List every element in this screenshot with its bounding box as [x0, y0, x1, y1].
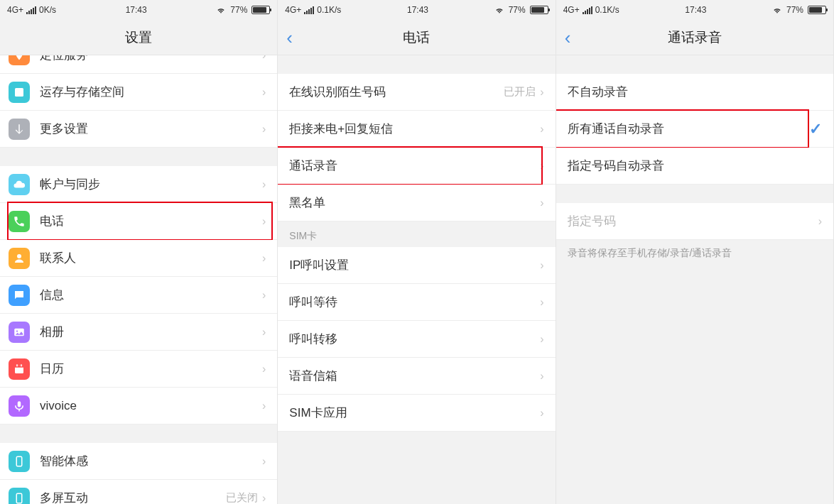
item-label: SIM卡应用	[289, 405, 540, 421]
list-item-call-waiting[interactable]: 呼叫等待 ›	[278, 284, 555, 321]
clock: 17:43	[407, 5, 428, 15]
list-item-identify-unknown[interactable]: 在线识别陌生号码 已开启 ›	[278, 74, 555, 111]
chevron-icon: ›	[262, 55, 266, 62]
item-label: IP呼叫设置	[289, 257, 540, 273]
chevron-icon: ›	[540, 197, 543, 209]
messages-icon	[9, 285, 30, 306]
item-label: 通话录音	[289, 158, 540, 174]
gallery-icon	[9, 322, 30, 343]
list-item-gallery[interactable]: 相册 ›	[0, 314, 277, 351]
list-item-sim-apps[interactable]: SIM卡应用 ›	[278, 395, 555, 432]
list-item-contacts[interactable]: 联系人 ›	[0, 240, 277, 277]
status-bar: 4G+ 0.1K/s 17:43 77%	[556, 0, 833, 20]
item-label: vivoice	[40, 399, 262, 413]
item-value: 已开启	[504, 85, 536, 99]
item-label: 呼叫转移	[289, 331, 540, 347]
list-item-smart-motion[interactable]: 智能体感 ›	[0, 443, 277, 480]
chevron-icon: ›	[540, 370, 543, 383]
list-item-voicemail[interactable]: 语音信箱 ›	[278, 358, 555, 395]
list-item-no-auto-record[interactable]: 不自动录音	[556, 74, 833, 111]
net-speed: 0.1K/s	[317, 5, 341, 15]
nav-header: ‹ 电话	[278, 20, 555, 55]
svg-rect-8	[18, 401, 21, 407]
item-label: 帐户与同步	[40, 176, 262, 192]
list-item-ip-call[interactable]: IP呼叫设置 ›	[278, 247, 555, 284]
svg-rect-0	[15, 88, 23, 97]
chevron-icon: ›	[262, 363, 266, 376]
list-item-auto-record-specific[interactable]: 指定号码自动录音	[556, 148, 833, 185]
item-label: 信息	[40, 287, 262, 303]
chevron-icon: ›	[262, 492, 266, 505]
smart-motion-icon	[9, 451, 30, 472]
item-label: 不自动录音	[568, 84, 822, 100]
more-settings-icon	[9, 119, 30, 140]
battery-icon	[530, 6, 548, 14]
net-label: 4G+	[7, 5, 23, 15]
vivoice-icon	[9, 395, 30, 417]
item-label: 指定号码	[568, 213, 818, 229]
back-button[interactable]: ‹	[286, 26, 293, 48]
wifi-icon	[216, 5, 226, 15]
chevron-icon: ›	[540, 160, 543, 172]
svg-rect-6	[16, 364, 18, 366]
location-icon	[9, 55, 30, 65]
item-label: 定位服务	[40, 55, 262, 63]
chevron-icon: ›	[540, 123, 543, 136]
chevron-icon: ›	[540, 333, 543, 346]
battery-icon	[251, 6, 270, 14]
list-item-calendar[interactable]: 日历 ›	[0, 351, 277, 388]
chevron-icon: ›	[262, 326, 266, 339]
status-bar: 4G+ 0.1K/s 17:43 77%	[278, 0, 555, 20]
wifi-icon	[772, 5, 782, 15]
content-area: 定位服务 › 运存与存储空间 › 更多设置 › 帐户与同步 › 电话 › 联系人…	[0, 55, 277, 504]
list-item-call-recording[interactable]: 通话录音 ›	[278, 148, 555, 185]
svg-rect-9	[16, 456, 22, 466]
svg-rect-10	[16, 493, 22, 503]
content-area: 不自动录音 所有通话自动录音 ✓指定号码自动录音 指定号码 ›录音将保存至手机存…	[556, 55, 833, 504]
list-item-blacklist[interactable]: 黑名单 ›	[278, 185, 555, 221]
item-label: 多屏互动	[40, 490, 226, 504]
chevron-icon: ›	[262, 455, 266, 468]
chevron-icon: ›	[540, 296, 543, 309]
list-item-multiscreen[interactable]: 多屏互动 已关闭 ›	[0, 480, 277, 504]
list-item-auto-record-all[interactable]: 所有通话自动录音 ✓	[556, 111, 833, 148]
item-label: 更多设置	[40, 121, 262, 137]
list-item-messages[interactable]: 信息 ›	[0, 277, 277, 314]
clock: 17:43	[126, 5, 147, 15]
list-item-reject-reply[interactable]: 拒接来电+回复短信 ›	[278, 111, 555, 148]
chevron-icon: ›	[262, 178, 266, 191]
svg-rect-7	[21, 364, 22, 366]
list-item-specify-numbers: 指定号码 ›	[556, 203, 833, 240]
chevron-icon: ›	[540, 259, 543, 272]
status-bar: 4G+ 0K/s 17:43 77%	[0, 0, 277, 20]
item-value: 已关闭	[226, 491, 258, 504]
list-item-storage[interactable]: 运存与存储空间 ›	[0, 74, 277, 111]
chevron-icon: ›	[262, 86, 266, 99]
list-item-accounts[interactable]: 帐户与同步 ›	[0, 166, 277, 203]
net-label: 4G+	[563, 5, 580, 15]
list-item-vivoice[interactable]: vivoice ›	[0, 388, 277, 424]
list-item-location[interactable]: 定位服务 ›	[0, 55, 277, 74]
screen-phone: 4G+ 0.1K/s 17:43 77% ‹ 电话 在线识别陌生号码 已开启 ›…	[278, 0, 556, 504]
item-label: 拒接来电+回复短信	[289, 121, 540, 137]
list-item-phone[interactable]: 电话 ›	[0, 203, 277, 240]
item-label: 电话	[40, 213, 262, 229]
screen-recording: 4G+ 0.1K/s 17:43 77% ‹ 通话录音 不自动录音 所有通话自动…	[556, 0, 834, 504]
page-title: 设置	[125, 28, 152, 47]
item-label: 语音信箱	[289, 368, 540, 384]
item-label: 指定号码自动录音	[568, 158, 822, 174]
list-item-more-settings[interactable]: 更多设置 ›	[0, 111, 277, 148]
item-label: 智能体感	[40, 453, 262, 469]
chevron-icon: ›	[540, 407, 543, 420]
battery-pct: 77%	[786, 5, 803, 15]
section-header-sim: SIM卡	[278, 221, 555, 247]
signal-icon	[304, 6, 314, 14]
svg-point-1	[17, 254, 21, 258]
item-label: 所有通话自动录音	[568, 121, 809, 137]
hint-text: 录音将保存至手机存储/录音/通话录音	[556, 240, 833, 267]
back-button[interactable]: ‹	[565, 26, 571, 48]
list-item-call-forward[interactable]: 呼叫转移 ›	[278, 321, 555, 358]
chevron-icon: ›	[818, 215, 822, 228]
chevron-icon: ›	[262, 289, 266, 302]
net-speed: 0K/s	[39, 5, 56, 15]
